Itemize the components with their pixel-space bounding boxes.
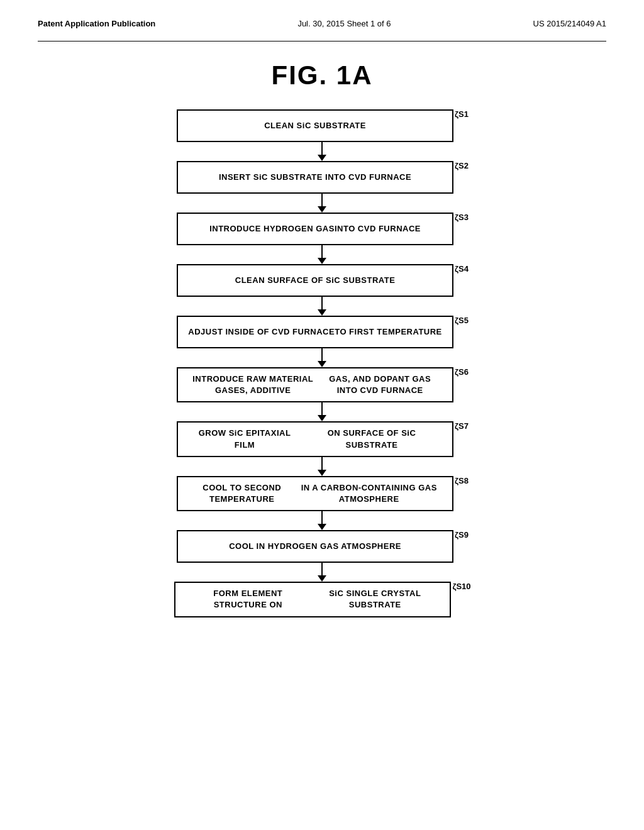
step-container-s2: INSERT SiC SUBSTRATE INTO CVD FURNACEζS2 [38,161,606,213]
step-box-s3: INTRODUCE HYDROGEN GASINTO CVD FURNACE [177,213,453,245]
step-container-s4: CLEAN SURFACE OF SiC SUBSTRATEζS4 [38,264,606,316]
arrow-s4 [318,297,326,316]
step-box-s9: COOL IN HYDROGEN GAS ATMOSPHERE [177,530,453,563]
arrow-s5 [318,348,326,367]
step-text-line-s5-1: TO FIRST TEMPERATURE [335,326,442,338]
step-row-s8: COOL TO SECOND TEMPERATUREIN A CARBON-CO… [38,476,606,511]
step-box-s1: CLEAN SiC SUBSTRATE [177,109,453,142]
arrow-head-s6 [318,415,326,421]
arrow-line-s1 [321,142,323,155]
step-text-line-s3-0: INTRODUCE HYDROGEN GAS [209,223,335,235]
step-box-s2: INSERT SiC SUBSTRATE INTO CVD FURNACE [177,161,453,194]
step-text-line-s10-1: SiC SINGLE CRYSTAL SUBSTRATE [310,588,440,611]
arrow-head-s7 [318,470,326,476]
step-text-line-s10-0: FORM ELEMENT STRUCTURE ON [186,588,310,611]
page-header: Patent Application Publication Jul. 30, … [38,13,606,42]
step-row-s4: CLEAN SURFACE OF SiC SUBSTRATEζS4 [38,264,606,297]
step-text-line-s7-1: ON SURFACE OF SiC SUBSTRATE [301,428,442,450]
step-label-s3: ζS3 [455,213,469,222]
arrow-line-s7 [321,457,323,470]
arrow-line-s2 [321,194,323,206]
step-container-s1: CLEAN SiC SUBSTRATEζS1 [38,109,606,161]
step-text-line-s8-1: IN A CARBON-CONTAINING GAS ATMOSPHERE [296,482,442,505]
step-label-wrapper-s6: INTRODUCE RAW MATERIAL GASES, ADDITIVEGA… [177,367,467,402]
step-label-wrapper-s7: GROW SiC EPITAXIAL FILMON SURFACE OF SiC… [177,421,467,456]
step-text-line-s8-0: COOL TO SECOND TEMPERATURE [188,482,296,505]
step-text-line-s5-0: ADJUST INSIDE OF CVD FURNACE [188,326,335,338]
step-label-wrapper-s4: CLEAN SURFACE OF SiC SUBSTRATEζS4 [177,264,467,297]
step-row-s3: INTRODUCE HYDROGEN GASINTO CVD FURNACEζS… [38,213,606,245]
step-box-s7: GROW SiC EPITAXIAL FILMON SURFACE OF SiC… [177,421,453,456]
arrow-line-s6 [321,402,323,415]
step-label-wrapper-s9: COOL IN HYDROGEN GAS ATMOSPHEREζS9 [177,530,467,563]
step-container-s7: GROW SiC EPITAXIAL FILMON SURFACE OF SiC… [38,421,606,475]
step-label-s5: ζS5 [455,316,469,325]
arrow-line-s8 [321,511,323,524]
arrow-s2 [318,194,326,213]
step-label-wrapper-s2: INSERT SiC SUBSTRATE INTO CVD FURNACEζS2 [177,161,467,194]
step-row-s2: INSERT SiC SUBSTRATE INTO CVD FURNACEζS2 [38,161,606,194]
step-container-s10: FORM ELEMENT STRUCTURE ONSiC SINGLE CRYS… [38,582,606,617]
arrow-line-s9 [321,563,323,575]
step-row-s7: GROW SiC EPITAXIAL FILMON SURFACE OF SiC… [38,421,606,456]
arrow-line-s5 [321,348,323,361]
header-publication-label: Patent Application Publication [38,19,155,28]
arrow-s8 [318,511,326,530]
step-row-s9: COOL IN HYDROGEN GAS ATMOSPHEREζS9 [38,530,606,563]
arrow-line-s4 [321,297,323,309]
arrow-head-s2 [318,206,326,213]
arrow-head-s8 [318,524,326,530]
step-text-line-s6-0: INTRODUCE RAW MATERIAL GASES, ADDITIVE [188,374,318,396]
step-label-s7: ζS7 [455,421,469,431]
step-box-s8: COOL TO SECOND TEMPERATUREIN A CARBON-CO… [177,476,453,511]
arrow-head-s1 [318,155,326,161]
step-label-s1: ζS1 [455,109,469,119]
page: Patent Application Publication Jul. 30, … [0,0,644,830]
step-row-s10: FORM ELEMENT STRUCTURE ONSiC SINGLE CRYS… [38,582,606,617]
step-text-line-s7-0: GROW SiC EPITAXIAL FILM [188,428,301,450]
flowchart: CLEAN SiC SUBSTRATEζS1INSERT SiC SUBSTRA… [38,109,606,617]
arrow-head-s4 [318,309,326,316]
step-label-s10: ζS10 [452,582,470,591]
step-container-s9: COOL IN HYDROGEN GAS ATMOSPHEREζS9 [38,530,606,582]
header-patent-number: US 2015/214049 A1 [533,19,606,28]
arrow-s1 [318,142,326,161]
step-container-s3: INTRODUCE HYDROGEN GASINTO CVD FURNACEζS… [38,213,606,264]
step-label-wrapper-s10: FORM ELEMENT STRUCTURE ONSiC SINGLE CRYS… [174,582,469,617]
arrow-s9 [318,563,326,582]
arrow-head-s5 [318,361,326,367]
step-text-line-s6-1: GAS, AND DOPANT GAS INTO CVD FURNACE [318,374,442,396]
step-label-wrapper-s8: COOL TO SECOND TEMPERATUREIN A CARBON-CO… [177,476,467,511]
step-container-s8: COOL TO SECOND TEMPERATUREIN A CARBON-CO… [38,476,606,530]
step-label-s8: ζS8 [455,476,469,485]
step-container-s5: ADJUST INSIDE OF CVD FURNACETO FIRST TEM… [38,316,606,367]
step-label-s6: ζS6 [455,367,469,377]
step-label-wrapper-s3: INTRODUCE HYDROGEN GASINTO CVD FURNACEζS… [177,213,467,245]
step-box-s10: FORM ELEMENT STRUCTURE ONSiC SINGLE CRYS… [174,582,451,617]
step-text-line-s3-1: INTO CVD FURNACE [335,223,421,235]
step-box-s4: CLEAN SURFACE OF SiC SUBSTRATE [177,264,453,297]
step-label-s9: ζS9 [455,530,469,540]
step-label-wrapper-s5: ADJUST INSIDE OF CVD FURNACETO FIRST TEM… [177,316,467,348]
arrow-head-s9 [318,575,326,582]
step-label-s2: ζS2 [455,161,469,170]
step-box-s5: ADJUST INSIDE OF CVD FURNACETO FIRST TEM… [177,316,453,348]
arrow-s7 [318,457,326,476]
step-label-wrapper-s1: CLEAN SiC SUBSTRATEζS1 [177,109,467,142]
step-label-s4: ζS4 [455,264,469,274]
step-box-s6: INTRODUCE RAW MATERIAL GASES, ADDITIVEGA… [177,367,453,402]
arrow-line-s3 [321,245,323,258]
arrow-s6 [318,402,326,421]
step-container-s6: INTRODUCE RAW MATERIAL GASES, ADDITIVEGA… [38,367,606,421]
figure-title: FIG. 1A [38,60,606,91]
step-row-s6: INTRODUCE RAW MATERIAL GASES, ADDITIVEGA… [38,367,606,402]
step-row-s5: ADJUST INSIDE OF CVD FURNACETO FIRST TEM… [38,316,606,348]
step-row-s1: CLEAN SiC SUBSTRATEζS1 [38,109,606,142]
arrow-head-s3 [318,258,326,264]
header-date-sheet: Jul. 30, 2015 Sheet 1 of 6 [297,19,391,28]
arrow-s3 [318,245,326,264]
